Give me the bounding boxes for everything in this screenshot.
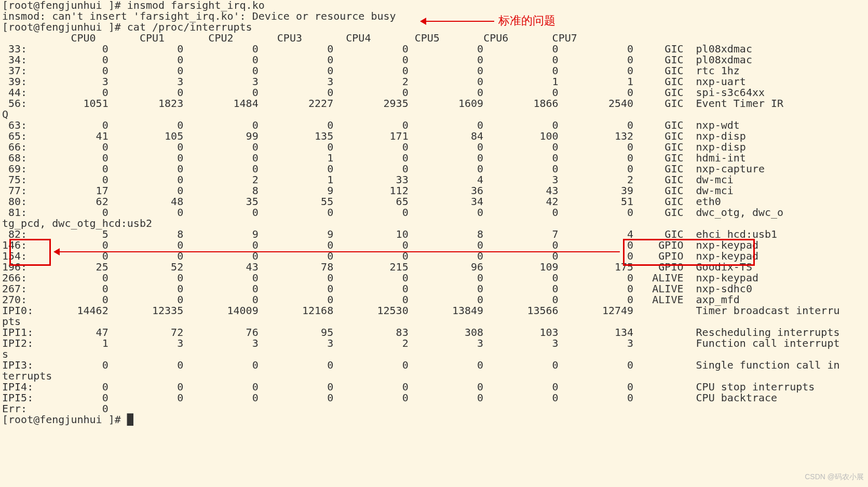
highlight-box-irq [9, 239, 51, 266]
arrow-2 [55, 251, 620, 252]
terminal-output: [root@fengjunhui ]# insmod farsight_irq.… [0, 0, 840, 425]
annotation-label: 标准的问题 [498, 15, 555, 26]
highlight-box-name [623, 239, 755, 266]
watermark: CSDN @码农小展 [805, 473, 864, 481]
arrow-1 [422, 21, 494, 22]
